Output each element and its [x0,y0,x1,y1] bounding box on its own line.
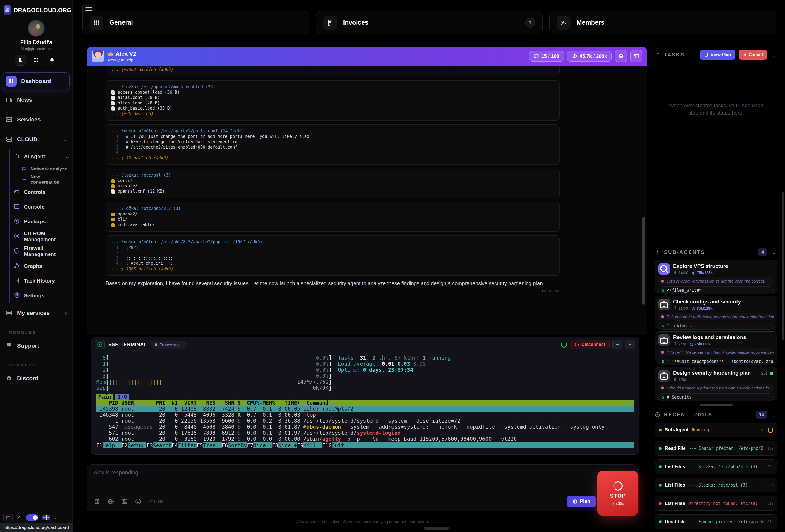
tab-members[interactable]: Members [549,11,776,34]
chat-scrollbar[interactable] [642,217,644,304]
toggle-side-panel-button[interactable] [630,50,642,62]
browser-status-url: https://dragocloud.org/dashboard [0,523,73,532]
agent-settings-button[interactable] [615,50,627,62]
recent-tool-item[interactable]: List Files--- Složka: /etc/ssl (3)23s [655,478,777,492]
subagents-collapse-chevron-icon[interactable]: ⌄ [770,249,777,256]
htop-process-row[interactable]: 146348 root 20 0 5448 4096 3328 R 0.7 0.… [96,412,634,418]
subagent-card-explore-vps-structure[interactable]: Explore VPS structure14/30◎75k/128kLet's… [655,260,777,293]
sidebar-item-firewall-management[interactable]: Firewall Management [14,244,70,259]
htop-tab-main[interactable]: Main [96,394,113,400]
sidebar-item-dashboard[interactable]: Dashboard [3,72,70,90]
code-line: 3│;;;;;;;;;;;;;;;;;;; [111,256,554,261]
fn-label[interactable]: Setup [128,442,147,448]
fn-label[interactable]: Nice + [278,442,297,448]
share-icon[interactable] [3,513,12,522]
terminal-zoom-out-button[interactable]: − [612,340,622,349]
chat-messages[interactable]: 2│3│;;;;;;;;;;;;;;;;;;;4│; About php.ini… [87,65,647,336]
sidebar-item-settings[interactable]: Settings [14,288,70,303]
sidebar-item-backups[interactable]: Backups [14,214,70,229]
tab-invoices[interactable]: Invoices1 [316,11,543,34]
fn-label[interactable]: Help [103,442,122,448]
image-icon[interactable] [121,498,128,505]
htop-tab-i-o[interactable]: I/O [116,394,129,400]
edit-pencil-icon[interactable] [17,514,22,521]
disconnect-button[interactable]: Disconnect [570,340,610,349]
subagent-card-review-logs-and-permissions[interactable]: Review logs and permissions7/30◎75k/128k… [655,331,777,364]
composer-placeholder: Alex is responding... [94,470,631,476]
page-scrollbar[interactable] [782,192,784,340]
fn-label[interactable]: Tree [203,442,222,448]
fn-key: F7 [247,442,253,448]
recent-tools-count-badge: 14 [756,411,767,419]
sidebar-item-discord[interactable]: Discord [3,368,70,388]
tab-general[interactable]: General [82,11,309,34]
sidebar-item-ai-agent[interactable]: AI Agent⌄ [14,149,70,164]
commands-icon[interactable] [94,498,101,505]
recent-tool-item[interactable]: List Files--- Složka: /etc/php/8.3 (3)20… [655,459,777,474]
panel-resize-handle[interactable] [700,404,733,406]
sidebar-item-task-history[interactable]: Task History [14,273,70,288]
htop-function-key-bar[interactable]: F1Help F2Setup F3SearchF4FilterF5Tree F6… [96,442,634,448]
sidebar-item-network-analyze[interactable]: Network analyze [22,164,70,174]
recent-tool-item[interactable]: Sub-AgentRunning...6s [655,423,777,437]
notifications-bell-icon[interactable] [47,55,58,65]
fn-label[interactable]: SortBy [228,442,247,448]
fn-label[interactable]: Kill [303,442,322,448]
stop-button[interactable]: STOP 6m 39s [598,471,638,516]
sidebar-item-label: Settings [24,293,70,299]
dark-mode-toggle[interactable] [15,55,26,65]
tool-time: 31s [767,501,773,505]
terminal-zoom-in-button[interactable]: + [625,340,635,349]
sidebar-item-new-conversation[interactable]: New conversation [22,174,70,185]
terminal-status-badge: Processing... [151,341,187,349]
sidebar-item-graphs[interactable]: Graphs [14,259,70,273]
sidebar-item-news[interactable]: News [3,90,70,110]
feature-toggle[interactable] [26,514,39,521]
htop-tabs[interactable]: MainI/O [96,394,634,400]
plan-button[interactable]: Plan [567,496,596,507]
file-icon [111,101,115,105]
code-line: 4│; About php.ini ; [111,261,554,266]
sidebar-item-controls[interactable]: Controls [14,185,70,200]
cancel-button[interactable]: ✕ Cancel [739,50,767,60]
history-icon [655,412,661,418]
emoji-icon[interactable] [135,498,142,505]
stop-spinner-icon [613,481,623,490]
recent-tools-collapse-chevron-icon[interactable]: ⌄ [770,411,777,418]
recent-tool-item[interactable]: Read File--- Soubor přečten: /etc/apache… [655,514,777,529]
subagent-card-check-configs-and-security[interactable]: Check configs and security11/30◎75k/128k… [655,296,777,329]
subagent-card-design-security-hardening-plan[interactable]: Design security hardening plan1/3026sI s… [655,367,777,400]
sidebar-item-cd-rom-management[interactable]: CD-ROM Management [14,229,70,244]
tasks-collapse-chevron-icon[interactable]: ⌄ [770,52,777,58]
htop-process-row[interactable]: 1 root 20 0 22156 13568 9600 S 0.0 0.2 0… [96,418,634,424]
sidebar-item-console[interactable]: Console [14,200,70,214]
htop-process-row[interactable]: 145398 root 20 0 12408 8832 7424 S 0.7 0… [96,406,634,412]
sidebar-item-services[interactable]: Services [3,110,70,129]
recent-tool-item[interactable]: List FilesDirectory not found: etc/ssl31… [655,496,777,511]
globe-icon[interactable] [107,498,115,505]
language-chevron-icon[interactable]: ⌄ [54,514,58,521]
view-plan-button[interactable]: View Plan [700,50,735,60]
sidebar-item-cloud[interactable]: CLOUD⌄ [3,129,70,149]
fn-label[interactable]: Quit [332,442,634,448]
htop-process-row[interactable]: 571 root 20 0 17616 7808 6912 S 0.0 0.1 … [96,430,634,436]
chat-bubble-icon [534,53,539,59]
user-avatar[interactable] [28,20,45,37]
message-composer[interactable]: Alex is responding... 0/10000 Plan [87,464,638,511]
fn-label[interactable]: Search [153,442,172,448]
horizontal-scrollbar[interactable] [424,527,449,530]
thought-dot-icon [661,280,664,283]
language-flag-icon[interactable] [42,515,50,520]
htop-process-row[interactable]: 547 messagebus 20 0 8440 4608 3840 S 0.0… [96,424,634,430]
sidebar-item-support[interactable]: Support [3,336,70,355]
apps-grid-icon[interactable] [31,55,42,65]
gamepad-icon [14,188,20,196]
terminal-screen[interactable]: 0[ 0.0%] Tasks: 31, 2 thr, 87 kthr; 1 ru… [91,352,639,451]
fn-label[interactable]: Filter [178,442,197,448]
fn-label[interactable]: Nice - [253,442,272,448]
sidebar-item-my-services[interactable]: My services› [3,303,70,323]
graph-icon [14,262,20,270]
recent-tool-item[interactable]: Read File--- Soubor přečten: /etc/php/8.… [655,441,777,455]
htop-process-row[interactable]: 602 root 20 0 3160 1920 1792 S 0.0 0.0 0… [96,436,634,442]
block-header: --- Soubor přečten: /etc/php/8.3/apache2… [111,240,554,245]
